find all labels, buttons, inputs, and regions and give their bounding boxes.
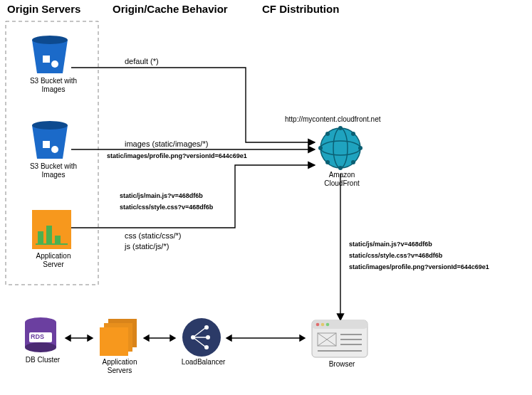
svg-point-15	[338, 126, 343, 130]
svg-point-16	[338, 166, 343, 170]
svg-point-25	[25, 342, 56, 352]
lbl-out-img: static/images/profile.png?versionId=644c…	[349, 263, 489, 270]
cf-label: Amazon CloudFront	[313, 171, 370, 188]
svg-point-21	[325, 160, 330, 164]
browser-icon	[312, 320, 367, 357]
lbl-mainjs: static/js/main.js?v=468df6b	[120, 192, 203, 199]
svg-rect-39	[312, 320, 367, 329]
lbl-out-js: static/js/main.js?v=468df6b	[349, 241, 432, 248]
rds-label: DB Cluster	[18, 356, 68, 364]
svg-point-5	[51, 146, 58, 153]
svg-point-0	[32, 36, 68, 44]
rds-badge: RDS	[31, 333, 44, 340]
s3b-label: S3 Bucket with Images	[21, 162, 85, 179]
svg-point-36	[206, 335, 210, 339]
browser-label: Browser	[320, 360, 363, 369]
lbl-images-ex: static/images/profile.png?versionId=644c…	[107, 152, 247, 159]
diagram-canvas	[0, 0, 532, 395]
svg-point-35	[204, 325, 209, 330]
svg-point-20	[351, 132, 355, 136]
svg-point-2	[51, 60, 58, 68]
appservers-icon	[100, 319, 137, 356]
svg-point-19	[325, 132, 330, 136]
s3-bucket-icon-1	[32, 36, 68, 73]
app-server-icon	[32, 210, 71, 249]
svg-rect-4	[43, 141, 50, 148]
svg-rect-1	[43, 56, 50, 63]
lbl-css: css (static/css/*)	[125, 231, 181, 240]
svg-rect-9	[55, 236, 61, 244]
svg-point-41	[321, 323, 325, 327]
arrow-s3a-cf	[71, 68, 315, 142]
lbl-default: default (*)	[125, 57, 159, 65]
svg-point-42	[326, 323, 330, 327]
s3a-label: S3 Bucket with Images	[21, 77, 85, 94]
svg-rect-8	[46, 226, 52, 244]
lbl-stylecss: static/css/style.css?v=468df6b	[120, 204, 213, 211]
svg-rect-29	[100, 327, 128, 356]
lbl-images: images (static/images/*)	[125, 139, 208, 148]
cloudfront-icon	[318, 126, 363, 170]
svg-rect-7	[38, 231, 43, 244]
svg-point-17	[318, 146, 323, 150]
svg-point-3	[32, 121, 68, 130]
lbl-out-css: static/css/style.css?v=468df6b	[349, 252, 442, 259]
svg-point-22	[351, 160, 355, 164]
lbl-cf-url: http://mycontent.cloudfront.net	[285, 115, 381, 123]
appservers-label: Application Servers	[91, 358, 148, 375]
lb-label: LoadBalancer	[177, 358, 230, 367]
svg-point-37	[204, 345, 209, 349]
lb-icon	[182, 318, 221, 357]
svg-point-18	[358, 146, 363, 150]
lbl-js: js (static/js/*)	[125, 242, 169, 251]
s3-bucket-icon-2	[32, 121, 68, 159]
svg-point-40	[316, 323, 320, 327]
app-label: Application Server	[21, 252, 85, 269]
